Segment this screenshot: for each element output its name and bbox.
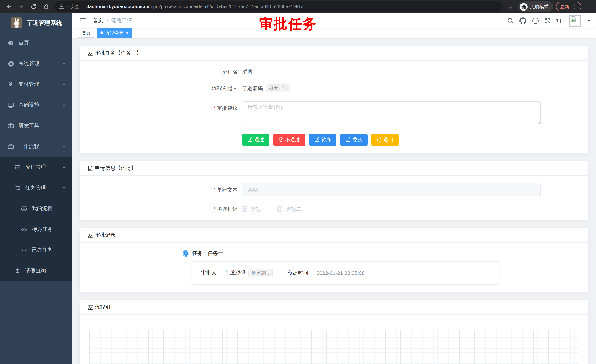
process-name-label: 流程名: [89, 68, 242, 75]
navbar-tools: ? TT: [507, 15, 591, 26]
create-time-label: 创建时间：: [288, 269, 313, 276]
search-icon[interactable]: [507, 17, 514, 24]
breadcrumb-current: 流程详情: [112, 17, 132, 24]
sidebar-item-label: 研发工具: [19, 123, 57, 129]
sidebar-item-todo-tasks[interactable]: 待办任务: [0, 219, 72, 240]
assignee-value: 芋道源码: [225, 269, 246, 276]
approve-task-card-header: 审批任务【任务一】: [80, 46, 588, 60]
incognito-label: 无痕模式: [530, 4, 549, 10]
return-button[interactable]: 退回: [371, 134, 399, 146]
assignee-label: 审批人：: [201, 269, 222, 276]
flow-chart-card-body: [80, 315, 588, 364]
browser-menu-icon[interactable]: ⋮: [572, 4, 577, 9]
avatar-caret-icon[interactable]: [587, 20, 591, 22]
url-path: /bpm/process-instance/detail?id=54aa251f…: [149, 4, 304, 9]
sidebar: 芋道管理系统 首页 系统管理 ¥ 支付管理 基础设施: [0, 13, 72, 364]
sidebar-item-workflow[interactable]: 工作流程: [0, 136, 72, 157]
tag-home[interactable]: 首页: [78, 28, 94, 38]
address-bar[interactable]: 不安全 | dashboard.yudao.iocoder.cn/bpm/pro…: [54, 1, 503, 12]
sidebar-item-devtools[interactable]: 研发工具: [0, 116, 72, 136]
suggest-row: 审批建议: [89, 101, 579, 125]
delegate-button[interactable]: 委派: [340, 134, 368, 146]
checkbox-group: 选项一 选项二: [242, 205, 301, 212]
browser-toolbar: 不安全 | dashboard.yudao.iocoder.cn/bpm/pro…: [0, 0, 596, 13]
sidebar-item-home[interactable]: 首页: [0, 33, 72, 53]
sidebar-submenu-workflow: 流程管理 任务管理 我的流程 待办任务 已办: [0, 157, 72, 281]
initiator-value: 芋道源码: [242, 85, 263, 92]
approve-button[interactable]: 通过: [242, 134, 269, 146]
eye-closed-icon: [21, 247, 27, 253]
breadcrumb-home[interactable]: 首页: [93, 17, 103, 24]
tags-view-bar: 首页 流程详情 ×: [72, 28, 596, 38]
bpmn-canvas-grid[interactable]: [89, 329, 579, 364]
top-navbar: 首页 / 流程详情 审批任务 ? TT: [72, 13, 596, 28]
chevron-down-icon: [62, 103, 66, 107]
edit-icon: [248, 137, 253, 142]
monitor-icon: [7, 102, 14, 108]
incognito-badge: 无痕模式: [518, 1, 553, 12]
back-icon[interactable]: [4, 2, 13, 11]
sidebar-item-label: 我的流程: [32, 205, 66, 212]
gear-icon: [7, 60, 14, 67]
sidebar-item-label: 系统管理: [19, 60, 57, 67]
reload-icon[interactable]: [29, 2, 38, 11]
sidebar-item-my-process[interactable]: 我的流程: [0, 198, 72, 219]
tag-label: 首页: [82, 30, 91, 36]
transfer-button[interactable]: 转办: [309, 134, 336, 146]
svg-text:?: ?: [534, 19, 536, 23]
sidebar-item-label: 工作流程: [19, 143, 57, 150]
user-icon: [14, 268, 21, 274]
single-text-label: 单行文本: [89, 183, 242, 196]
approval-record-card-body: 任务：任务一 审批人：芋道源码 研发部门 创建时间： 2022-01-21 22…: [80, 242, 588, 292]
sidebar-item-pay[interactable]: ¥ 支付管理: [0, 74, 72, 95]
card-title: 流程图: [95, 304, 110, 311]
fullscreen-icon[interactable]: [544, 18, 551, 24]
url-domain: dashboard.yudao.iocoder.cn: [86, 4, 149, 9]
sidebar-item-system[interactable]: 系统管理: [0, 53, 72, 74]
close-icon[interactable]: ×: [126, 30, 128, 36]
checkbox-label: 选项二: [286, 205, 301, 212]
font-size-icon[interactable]: TT: [556, 18, 562, 24]
breadcrumb: 首页 / 流程详情: [93, 17, 132, 24]
approve-actions: 通过 不通过 转办 委: [242, 134, 579, 146]
apply-info-card-body: 单行文本 多选框组 选项一: [80, 175, 588, 220]
suggest-textarea[interactable]: [242, 101, 541, 125]
document-icon: [87, 165, 93, 171]
sidebar-item-process-mgmt[interactable]: 流程管理: [0, 157, 72, 178]
sidebar-item-done-tasks[interactable]: 已办任务: [0, 240, 72, 260]
single-text-input: [242, 183, 541, 196]
sidebar-item-infra[interactable]: 基础设施: [0, 95, 72, 116]
sidebar-item-task-mgmt[interactable]: 任务管理: [0, 178, 72, 198]
avatar[interactable]: [569, 15, 581, 26]
reject-button[interactable]: 不通过: [273, 134, 305, 146]
initiator-row: 流程发起人 芋道源码 研发部门: [89, 84, 579, 92]
bookmark-star-icon[interactable]: ☆: [506, 2, 515, 11]
sidebar-item-label: 流程管理: [25, 164, 57, 171]
chevron-down-icon: [62, 124, 66, 128]
chevron-up-icon: [62, 144, 66, 149]
sidebar-toggle-icon[interactable]: [77, 18, 89, 23]
clock-icon: [183, 250, 189, 256]
initiator-label: 流程发起人: [89, 84, 242, 92]
tag-process-detail[interactable]: 流程详情 ×: [97, 28, 132, 38]
sidebar-logo[interactable]: 芋道管理系统: [0, 13, 72, 33]
browser-update-button[interactable]: 更新 ⋮: [556, 2, 581, 11]
checkbox-unchecked-icon: [277, 206, 283, 211]
security-warning[interactable]: 不安全: [59, 4, 79, 10]
active-dot-icon: [100, 32, 103, 35]
page-content: 审批任务【任务一】 流程名 滔博 流程发起人 芋道源码 研发部门: [72, 38, 596, 364]
card-title: 审批记录: [95, 232, 115, 238]
sidebar-item-label: 任务管理: [25, 185, 57, 191]
picture-icon: [87, 50, 93, 56]
checkbox-group-row: 多选框组 选项一 选项二: [89, 205, 579, 212]
chevron-down-icon: [62, 61, 66, 66]
eye-open-icon: [21, 226, 27, 233]
forward-icon[interactable]: [16, 2, 26, 11]
github-icon[interactable]: [519, 17, 526, 24]
help-icon[interactable]: ?: [532, 17, 539, 24]
url-text: dashboard.yudao.iocoder.cn/bpm/process-i…: [86, 4, 304, 9]
sidebar-item-leave-query[interactable]: 请假查询: [0, 260, 72, 281]
app-shell: 芋道管理系统 首页 系统管理 ¥ 支付管理 基础设施: [0, 13, 596, 364]
timeline-item: 任务：任务一: [183, 250, 579, 256]
home-icon[interactable]: [41, 2, 51, 11]
